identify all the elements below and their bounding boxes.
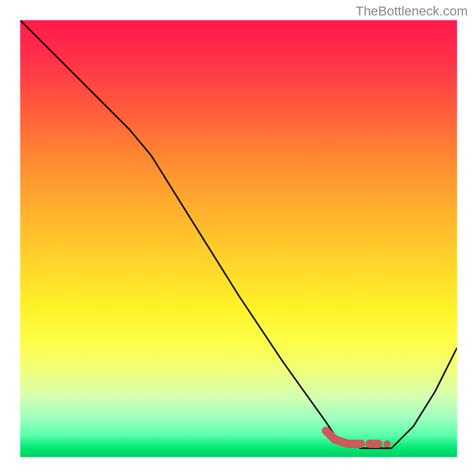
watermark-text: TheBottleneck.com bbox=[356, 4, 468, 19]
bottleneck-curve-line bbox=[20, 20, 457, 448]
optimal-region-highlight bbox=[326, 431, 391, 447]
chart-plot-area bbox=[20, 20, 457, 457]
bottleneck-chart: TheBottleneck.com bbox=[0, 0, 476, 476]
svg-point-0 bbox=[384, 440, 391, 447]
